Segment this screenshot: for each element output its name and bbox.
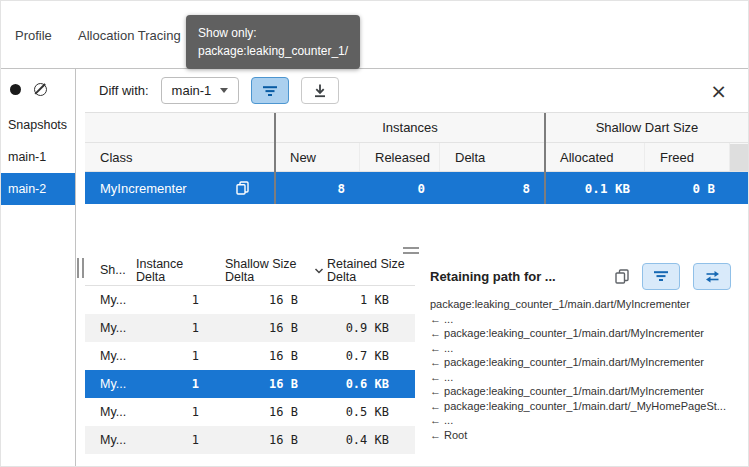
detail-classes-table: Sh... Instance Delta Shallow Size Delta …: [85, 256, 415, 467]
snapshots-sidebar: Snapshots main-1 main-2: [0, 69, 76, 467]
download-icon: [312, 83, 328, 99]
filter-path-button[interactable]: [642, 263, 680, 290]
column-header-retained-size-delta[interactable]: Retained Size Delta: [310, 256, 415, 285]
column-header-freed[interactable]: Freed: [645, 143, 730, 171]
table-header-row: Class New Released Delta Allocated Freed: [85, 143, 749, 172]
tooltip-line-1: Show only:: [198, 24, 348, 42]
column-group-divider: [274, 113, 276, 204]
chevron-down-icon: [220, 88, 228, 93]
retaining-path-line: ← package:leaking_counter_1/main.dart/_M…: [430, 399, 739, 414]
table-row[interactable]: My... 1 16 B 0.9 KB: [85, 314, 415, 342]
column-header-new[interactable]: New: [275, 143, 360, 171]
detail-table-body: My... 1 16 B 1 KB My... 1 16 B 0.9 KB My…: [85, 286, 415, 454]
table-row[interactable]: My... 1 16 B 0.7 KB: [85, 342, 415, 370]
class-name: MyIncrementer: [100, 181, 187, 196]
retaining-path-title: Retaining path for ...: [430, 269, 602, 284]
detail-table-header: Sh... Instance Delta Shallow Size Delta …: [85, 256, 415, 286]
sidebar-item-main-2[interactable]: main-2: [0, 173, 75, 205]
table-row[interactable]: My... 1 16 B 0.4 KB: [85, 426, 415, 454]
table-row[interactable]: My... 1 16 B 0.5 KB: [85, 398, 415, 426]
retaining-path-line: ← package:leaking_counter_1/main.dart/My…: [430, 355, 739, 370]
column-header-class[interactable]: Class: [85, 143, 275, 171]
group-header-instances: Instances: [275, 113, 545, 142]
snapshots-heading: Snapshots: [0, 109, 75, 141]
cell-released: 0: [360, 172, 440, 204]
invert-path-button[interactable]: [693, 263, 731, 290]
bottom-section: Sh... Instance Delta Shallow Size Delta …: [85, 256, 749, 467]
record-snapshot-icon[interactable]: [10, 84, 21, 95]
table-group-header-row: Instances Shallow Dart Size: [85, 113, 749, 143]
tooltip-line-2: package:leaking_counter_1/: [198, 42, 348, 60]
column-header-instance-delta[interactable]: Instance Delta: [130, 256, 215, 285]
retaining-path-line: ← Root: [430, 428, 739, 443]
retaining-path-line: ← ...: [430, 413, 739, 428]
cell-delta: 8: [440, 172, 545, 204]
tab-profile[interactable]: Profile: [15, 28, 52, 43]
retaining-path-line: ← ...: [430, 370, 739, 385]
diff-with-value: main-1: [172, 83, 212, 98]
tab-bar: Profile Allocation Tracing: [0, 0, 749, 68]
group-header-shallow-dart-size: Shallow Dart Size: [545, 113, 749, 142]
retaining-path-header: Retaining path for ...: [420, 256, 749, 296]
column-header-shallow-size-delta[interactable]: Shallow Size Delta: [215, 256, 310, 285]
diff-panel: Diff with: main-1 × Instances Shallow: [85, 69, 749, 467]
diff-classes-table: Instances Shallow Dart Size Class New Re…: [85, 113, 749, 204]
cell-freed: 0 B: [645, 172, 730, 204]
cell-allocated: 0.1 KB: [545, 172, 645, 204]
sidebar-actions: [0, 69, 75, 109]
retaining-path-line: ← ...: [430, 341, 739, 356]
retaining-path-line: ← package:leaking_counter_1/main.dart/My…: [430, 326, 739, 341]
filter-tooltip: Show only: package:leaking_counter_1/: [186, 15, 360, 69]
table-scrollbar[interactable]: [730, 144, 748, 171]
retaining-path-line: ← package:leaking_counter_1/main.dart/My…: [430, 384, 739, 399]
column-group-divider: [544, 113, 546, 204]
copy-icon[interactable]: [615, 269, 629, 284]
tab-allocation-tracing[interactable]: Allocation Tracing: [78, 28, 181, 43]
diff-with-dropdown[interactable]: main-1: [161, 77, 240, 104]
column-header-allocated[interactable]: Allocated: [545, 143, 645, 171]
filter-classes-button[interactable]: [251, 77, 289, 104]
retaining-path-line: package:leaking_counter_1/main.dart/MyIn…: [430, 297, 739, 312]
clear-snapshots-icon[interactable]: [34, 83, 47, 96]
sort-chevron-down-icon: [314, 267, 324, 275]
column-header-released[interactable]: Released: [360, 143, 440, 171]
horizontal-splitter-handle[interactable]: [403, 247, 419, 254]
column-header-class-truncated[interactable]: Sh...: [85, 256, 130, 285]
table-row[interactable]: My... 1 16 B 1 KB: [85, 286, 415, 314]
filter-list-icon: [653, 268, 669, 284]
swap-horizontal-icon: [704, 270, 721, 283]
filter-list-icon: [262, 83, 278, 99]
retaining-path-line: ← ...: [430, 312, 739, 327]
retaining-path-list: package:leaking_counter_1/main.dart/MyIn…: [420, 296, 749, 443]
sidebar-item-main-1[interactable]: main-1: [0, 141, 75, 173]
table-row-selected[interactable]: My... 1 16 B 0.6 KB: [85, 370, 415, 398]
column-header-delta[interactable]: Delta: [440, 143, 545, 171]
download-snapshot-button[interactable]: [301, 77, 339, 104]
copy-icon[interactable]: [236, 181, 249, 195]
cell-new: 8: [275, 172, 360, 204]
retaining-path-panel: Retaining path for ...: [420, 256, 749, 467]
table-row[interactable]: MyIncrementer 8 0 8 0.1 KB 0 B: [85, 172, 749, 204]
close-icon[interactable]: ×: [702, 81, 735, 101]
vertical-splitter-handle[interactable]: [77, 258, 84, 278]
diff-with-label: Diff with:: [99, 83, 149, 98]
diff-toolbar: Diff with: main-1 ×: [85, 69, 749, 113]
